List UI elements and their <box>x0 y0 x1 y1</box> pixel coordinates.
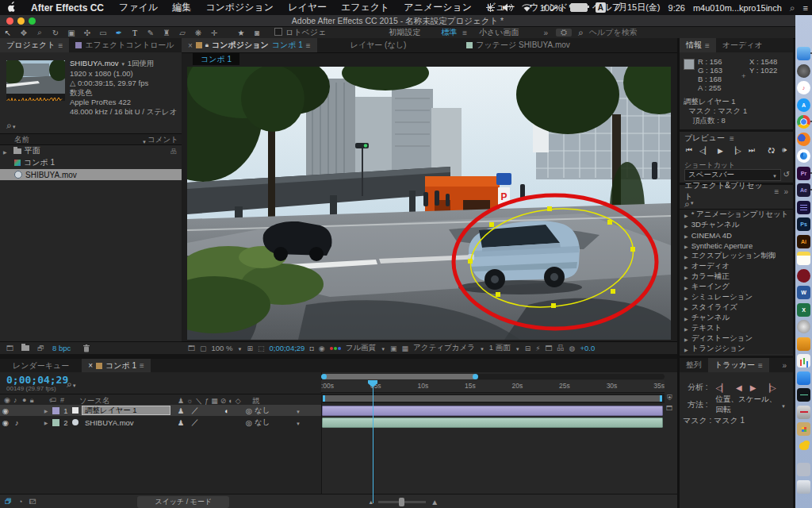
close-tab-icon[interactable]: × <box>88 361 93 370</box>
menu-host[interactable]: m4u010m...kpro15inch <box>693 3 782 13</box>
firefox-icon[interactable] <box>797 133 810 146</box>
help-search-input[interactable]: ヘルプを検索 <box>584 27 643 38</box>
roto-brush-tool[interactable]: ❋ <box>190 29 206 37</box>
analyze-forward-1-button[interactable]: ▕▷ <box>764 383 776 392</box>
downloads-folder-icon[interactable] <box>797 463 810 476</box>
graph-editor-icon[interactable]: 🗠 <box>29 498 36 506</box>
after-effects-icon[interactable]: Ae <box>797 183 810 197</box>
parent-pickwhip-icon[interactable]: ◎ <box>243 418 255 427</box>
pixel-aspect-icon[interactable]: ⊟ <box>525 344 531 352</box>
cyberduck-icon[interactable] <box>797 440 810 453</box>
mute-audio-icon[interactable]: 🕪 <box>782 146 787 155</box>
quality-switch[interactable]: ／ <box>190 418 201 428</box>
fast-previews-icon[interactable]: ⚡︎ <box>535 344 540 352</box>
analyze-forward-button[interactable]: ▶ <box>750 383 756 392</box>
zoom-dropdown-icon[interactable] <box>237 344 242 352</box>
volume-icon[interactable] <box>503 3 514 12</box>
eye-icon[interactable]: ◉ <box>0 406 11 415</box>
play-button[interactable]: ▶ <box>718 147 723 155</box>
brush-tool[interactable]: ✎ <box>143 29 159 37</box>
system-preferences-icon[interactable] <box>797 64 810 78</box>
spotlight-icon[interactable] <box>790 2 795 13</box>
pages-icon[interactable] <box>797 337 810 351</box>
layer-row-shibuya[interactable]: ◉ ♪ 2 SHIBUYA.mov ♟ ／ ◎ なし <box>0 417 321 428</box>
adjustment-layer-switch[interactable]: ◐ <box>221 406 232 415</box>
camera-dropdown-icon[interactable] <box>480 344 485 352</box>
first-frame-button[interactable]: ⏮ <box>686 146 692 155</box>
notes-icon[interactable] <box>797 252 810 265</box>
davinci-resolve-icon[interactable] <box>797 269 810 283</box>
next-frame-button[interactable]: ▕▷ <box>730 147 741 155</box>
quality-toggle-icon[interactable]: 🗖 <box>666 405 672 412</box>
tab-effect-controls[interactable]: エフェクトコントロール <box>69 38 180 52</box>
timeline-button-icon[interactable]: 🗖 <box>546 344 553 352</box>
panel-menu-icon[interactable] <box>58 41 63 50</box>
work-area-bar[interactable] <box>323 395 662 402</box>
effect-category-row[interactable]: ディストーション <box>680 333 793 344</box>
mask-target-icon[interactable]: ◙ <box>249 29 265 37</box>
gauge-icon[interactable] <box>797 320 810 333</box>
shortcut-dropdown[interactable]: スペースバー <box>684 169 781 181</box>
show-snapshot-icon[interactable]: ◉ <box>319 344 325 352</box>
trash-icon[interactable] <box>83 344 90 352</box>
windows-folder-icon[interactable] <box>797 422 810 436</box>
always-preview-icon[interactable]: 🗔 <box>188 344 195 352</box>
effect-category-row[interactable]: オーディオ <box>680 261 793 271</box>
twirl-icon[interactable] <box>43 408 52 414</box>
tab-info[interactable]: 情報 <box>680 38 716 52</box>
preview-menu-icon[interactable] <box>730 134 734 143</box>
effect-category-row[interactable]: シミュレーション <box>680 292 793 302</box>
puppet-pin-tool[interactable]: ✛ <box>206 29 222 37</box>
effect-category-row[interactable]: * アニメーションプリセット <box>680 210 793 220</box>
tab-footage[interactable]: フッテージ SHIBUYA.mov <box>460 38 576 52</box>
composition-stage[interactable]: HOTEL <box>187 67 671 340</box>
rotate-tool[interactable]: ↻ <box>48 29 63 37</box>
frame-blend-icon[interactable]: 🗇 <box>5 498 12 506</box>
menu-item[interactable]: アニメーション <box>396 1 479 14</box>
workspace-overflow-icon[interactable] <box>543 29 548 37</box>
quality-switch[interactable]: ／ <box>190 406 201 416</box>
battery-icon[interactable] <box>570 3 588 12</box>
work-area-end-handle[interactable] <box>660 395 662 402</box>
parent-pickwhip-icon[interactable]: ◎ <box>243 406 255 415</box>
toast-icon[interactable] <box>797 406 810 419</box>
loop-icon[interactable]: 🗘 <box>768 147 775 155</box>
zoom-level[interactable]: 100 % <box>212 344 233 352</box>
close-tab-icon[interactable]: × <box>188 41 193 50</box>
zoom-in-mountain-icon[interactable]: ▲ <box>431 498 439 506</box>
menu-item[interactable]: レイヤー <box>281 1 334 14</box>
timeline-zoom-slider[interactable] <box>378 501 426 503</box>
lock-icon[interactable]: 🔒︎ <box>205 41 209 49</box>
menu-item[interactable]: エフェクト <box>334 1 396 14</box>
effect-category-row[interactable]: キーイング <box>680 282 793 292</box>
layer-label-color[interactable] <box>52 407 59 414</box>
media-encoder-icon[interactable] <box>797 201 810 214</box>
clone-stamp-tool[interactable]: ♜ <box>159 29 174 37</box>
trash-icon[interactable] <box>797 480 810 494</box>
terminal-icon[interactable] <box>797 388 810 402</box>
wifi-icon[interactable] <box>522 4 532 12</box>
effect-category-row[interactable]: テキスト <box>680 323 793 333</box>
layer-name[interactable]: SHIBUYA.mov <box>82 418 170 427</box>
sync-settings-icon[interactable]: ⛭ <box>556 29 572 37</box>
project-search-input[interactable] <box>6 117 17 132</box>
layer-label-color[interactable] <box>52 419 59 426</box>
new-folder-icon[interactable] <box>21 345 29 351</box>
menu-item[interactable]: 編集 <box>165 1 198 14</box>
effect-category-row[interactable]: CINEMA 4D <box>680 230 793 241</box>
interpret-footage-icon[interactable]: 🗔 <box>6 344 13 352</box>
analyze-backward-button[interactable]: ◀ <box>736 383 742 392</box>
premiere-icon[interactable]: Pr <box>797 167 810 180</box>
effect-category-row[interactable]: Synthetic Aperture <box>680 241 793 251</box>
itunes-icon[interactable]: ♪ <box>797 81 810 94</box>
menu-item[interactable]: ファイル <box>112 1 165 14</box>
work-area-start-handle[interactable] <box>323 395 325 402</box>
shape-tool[interactable]: ▭ <box>95 29 111 37</box>
menu-item[interactable]: コンポジション <box>198 1 281 14</box>
resolution-setting[interactable]: フル画質 <box>346 343 376 353</box>
project-item-solids-folder[interactable]: 平面 品 <box>0 145 182 156</box>
view-layout-dropdown-icon[interactable] <box>515 344 520 352</box>
workspace-menu-icon[interactable] <box>462 29 467 37</box>
magnification-icon[interactable]: ▢ <box>200 344 207 352</box>
app-store-icon[interactable]: A <box>797 98 810 112</box>
